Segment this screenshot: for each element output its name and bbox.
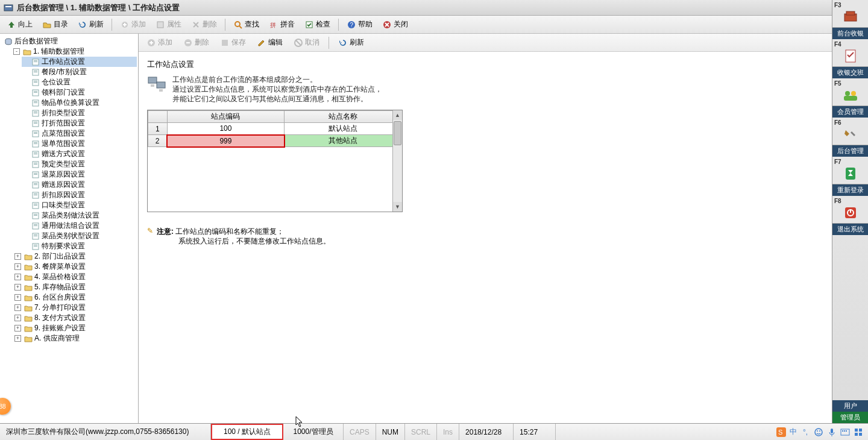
svg-point-4 <box>235 22 240 27</box>
tree-folder[interactable]: + 8. 支付方式设置 <box>13 313 137 323</box>
search-button[interactable]: 查找 <box>229 17 263 32</box>
expand-icon[interactable]: + <box>14 304 21 311</box>
tree-folder[interactable]: + 6. 台区台房设置 <box>13 292 137 303</box>
exit-label: 退出系统 <box>832 224 868 235</box>
backend-button[interactable]: F6 <box>832 118 868 145</box>
c-edit-button[interactable]: 编辑 <box>253 35 287 50</box>
doc-icon <box>31 191 40 200</box>
tree-item[interactable]: 菜品类别状型设置 <box>22 231 137 241</box>
tree-item[interactable]: 领料部门设置 <box>22 87 137 98</box>
tree-item[interactable]: 餐段/市别设置 <box>22 67 137 77</box>
expand-icon[interactable]: + <box>14 315 21 321</box>
col-code[interactable]: 站点编码 <box>167 111 285 123</box>
tree-folder[interactable]: + 7. 分单打印设置 <box>13 303 137 313</box>
expand-icon[interactable]: + <box>14 325 21 332</box>
expand-icon[interactable]: + <box>14 263 21 270</box>
keyboard-icon[interactable] <box>840 427 850 437</box>
help-button[interactable]: ?帮助 <box>342 17 377 32</box>
tree-item[interactable]: 菜品类别做法设置 <box>22 210 137 221</box>
punct-icon[interactable]: °, <box>800 427 810 437</box>
folder-icon <box>24 253 33 261</box>
tree-item[interactable]: 退菜原因设置 <box>22 169 137 180</box>
tools-icon <box>842 127 859 142</box>
tree-item[interactable]: 点菜范围设置 <box>22 128 137 139</box>
c-refresh-button[interactable]: 刷新 <box>334 35 368 50</box>
scrl-cell: SCRL <box>405 424 437 440</box>
scroll-down-icon[interactable]: ▼ <box>393 202 402 212</box>
svg-rect-66 <box>34 245 37 245</box>
scroll-up-icon[interactable]: ▲ <box>393 110 402 120</box>
ime-icon[interactable]: S <box>776 427 786 437</box>
member-button[interactable]: F5 <box>832 78 868 106</box>
tree-item[interactable]: 打折范围设置 <box>22 118 137 128</box>
up-button[interactable]: 向上 <box>2 17 37 32</box>
cell-code[interactable]: 999 <box>167 135 285 147</box>
tree-item[interactable]: 仓位设置 <box>22 77 137 87</box>
cn-indicator[interactable]: 中 <box>790 427 797 437</box>
scroll-thumb[interactable] <box>394 121 401 145</box>
grid-scrollbar[interactable]: ▲ ▼ <box>392 110 402 212</box>
tree-item[interactable]: 赠送原因设置 <box>22 180 137 190</box>
col-name[interactable]: 站点名称 <box>285 111 402 123</box>
tree-folder[interactable]: + A. 供应商管理 <box>13 333 137 344</box>
mic-icon[interactable] <box>827 427 837 437</box>
doc-icon <box>31 78 40 87</box>
add-icon <box>146 38 156 48</box>
tree-item[interactable]: 退单范围设置 <box>22 139 137 149</box>
help-icon: ? <box>347 20 356 30</box>
svg-rect-95 <box>855 429 858 432</box>
refresh-button[interactable]: 刷新 <box>74 17 108 32</box>
row-header[interactable]: 1 <box>148 123 168 135</box>
expand-icon[interactable]: + <box>14 253 21 260</box>
tree-folder[interactable]: + 5. 库存物品设置 <box>13 282 137 292</box>
title-path: 后台数据管理 \ 1. 辅助数据管理 \ 工作站点设置 <box>17 2 180 13</box>
row-header[interactable]: 2 <box>148 135 168 147</box>
collapse-icon[interactable]: - <box>13 48 20 55</box>
expand-icon[interactable]: + <box>14 274 21 280</box>
expand-icon[interactable]: + <box>14 284 21 291</box>
doc-icon <box>31 212 40 220</box>
cell-name[interactable]: 默认站点 <box>285 123 402 135</box>
tree-item[interactable]: 通用做法组合设置 <box>22 221 137 231</box>
tree-item[interactable]: 折扣原因设置 <box>22 190 137 200</box>
front-cashier-button[interactable]: F3 <box>832 0 868 28</box>
tree-aux[interactable]: - 1. 辅助数据管理 <box>12 46 137 57</box>
tree-item[interactable]: 口味类型设置 <box>22 200 137 210</box>
prop-button: 属性 <box>151 17 186 32</box>
separator <box>338 19 339 31</box>
tree-folder[interactable]: + 2. 部门出品设置 <box>13 251 137 262</box>
tree-folder[interactable]: + 4. 菜品价格设置 <box>13 272 137 282</box>
db-icon <box>4 37 13 46</box>
pinyin-button[interactable]: 拼拼音 <box>265 17 299 32</box>
close-button[interactable]: 关闭 <box>378 17 412 32</box>
tree-folder[interactable]: + 3. 餐牌菜单设置 <box>13 262 137 272</box>
separator <box>112 19 112 31</box>
grid-icon[interactable] <box>854 427 863 437</box>
tree-item[interactable]: 折扣类型设置 <box>22 108 137 118</box>
separator <box>329 37 329 49</box>
relogin-button[interactable]: F7 <box>832 157 868 184</box>
tree-root[interactable]: 后台数据管理 <box>2 36 137 46</box>
tree-item[interactable]: 特别要求设置 <box>22 241 137 251</box>
expand-icon[interactable]: + <box>14 335 21 342</box>
tree-folder[interactable]: + 9. 挂账账户设置 <box>13 323 137 333</box>
tree-item[interactable]: 赠送方式设置 <box>22 149 137 159</box>
tree-item[interactable]: 预定类型设置 <box>22 159 137 169</box>
tree-item[interactable]: 物品单位换算设置 <box>22 98 137 108</box>
tree-item[interactable]: 工作站点设置 <box>22 57 137 67</box>
corner-cell <box>148 111 168 123</box>
list-button[interactable]: 目录 <box>38 17 72 32</box>
check-button[interactable]: 检查 <box>300 17 335 32</box>
svg-rect-40 <box>34 154 37 154</box>
cell-name[interactable]: 其他站点 <box>285 135 402 147</box>
tree-pane[interactable]: 后台数据管理 - 1. 辅助数据管理 工作站点设置 <box>0 34 139 423</box>
expand-icon[interactable]: + <box>14 294 21 301</box>
shift-button[interactable]: F4 <box>832 39 868 67</box>
member-label: 会员管理 <box>832 106 868 118</box>
doc-icon <box>31 171 40 179</box>
emoji-icon[interactable] <box>814 427 823 437</box>
cell-code[interactable]: 100 <box>167 123 285 135</box>
exit-button[interactable]: F8 <box>832 196 868 224</box>
data-grid[interactable]: 站点编码 站点名称 1 100 默认站点2 999 其他站点 ▲ ▼ <box>147 110 403 212</box>
operator-cell: 1000/管理员 <box>283 424 344 440</box>
